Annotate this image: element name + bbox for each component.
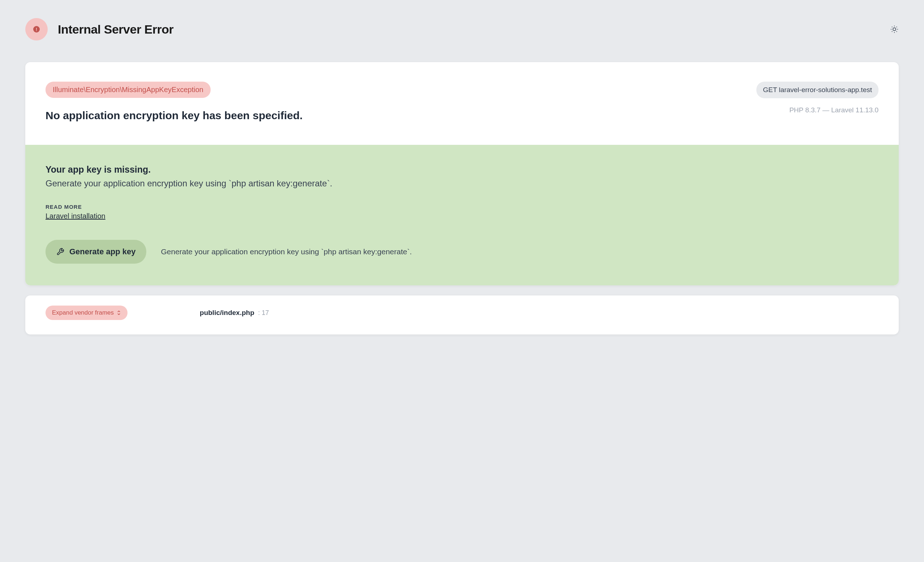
error-summary-section: Illuminate\Encryption\MissingAppKeyExcep… xyxy=(25,62,899,145)
page-header: Internal Server Error xyxy=(0,0,924,51)
wrench-icon xyxy=(56,248,64,256)
error-message: No application encryption key has been s… xyxy=(45,109,756,122)
generate-app-key-button[interactable]: Generate app key xyxy=(45,240,146,264)
theme-toggle-button[interactable] xyxy=(890,25,899,34)
exception-class-badge: Illuminate\Encryption\MissingAppKeyExcep… xyxy=(45,82,211,98)
action-description: Generate your application encryption key… xyxy=(161,247,412,256)
request-badge: GET laravel-error-solutions-app.test xyxy=(756,82,879,98)
main-error-card: Illuminate\Encryption\MissingAppKeyExcep… xyxy=(25,62,899,285)
read-more-link[interactable]: Laravel installation xyxy=(45,212,105,220)
error-icon xyxy=(25,18,48,40)
trace-line-number: : 17 xyxy=(258,309,269,316)
solution-action-row: Generate app key Generate your applicati… xyxy=(45,240,879,264)
expand-vendor-frames-button[interactable]: Expand vendor frames xyxy=(45,306,128,320)
trace-file-path: public/index.php xyxy=(200,309,254,316)
expand-button-label: Expand vendor frames xyxy=(52,309,114,316)
version-info: PHP 8.3.7 — Laravel 11.13.0 xyxy=(789,106,879,114)
solution-title: Your app key is missing. xyxy=(45,164,879,175)
page-title: Internal Server Error xyxy=(58,22,173,36)
svg-line-8 xyxy=(897,27,897,27)
chevron-up-down-icon xyxy=(117,310,121,315)
stack-trace-card: Expand vendor frames public/index.php : … xyxy=(25,295,899,334)
trace-file-location: public/index.php : 17 xyxy=(200,309,269,317)
svg-point-0 xyxy=(893,28,896,31)
solution-description: Generate your application encryption key… xyxy=(45,178,879,189)
solution-panel: Your app key is missing. Generate your a… xyxy=(25,145,899,285)
svg-line-7 xyxy=(892,31,892,32)
svg-line-4 xyxy=(897,31,897,32)
read-more-label: READ MORE xyxy=(45,204,879,210)
header-left: Internal Server Error xyxy=(25,18,173,40)
sun-icon xyxy=(890,25,899,34)
svg-line-3 xyxy=(892,27,892,27)
generate-button-label: Generate app key xyxy=(69,247,135,256)
